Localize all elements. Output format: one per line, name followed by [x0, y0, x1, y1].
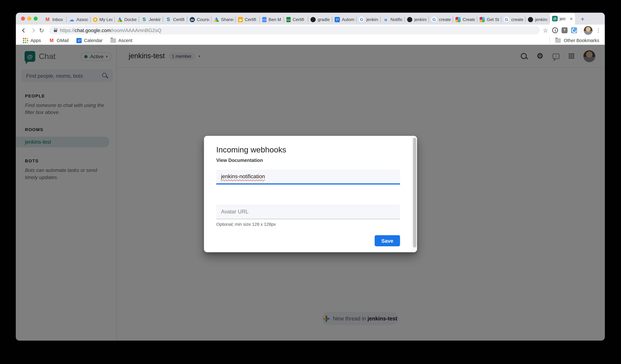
tab-label: jen [560, 16, 568, 21]
tab[interactable]: Ben M [260, 14, 284, 25]
gcal-icon: 17 [335, 17, 340, 22]
drive-icon [117, 17, 122, 22]
webhook-name-field[interactable]: jenkins-notification [216, 170, 400, 185]
ring-icon [93, 17, 98, 22]
extensions-area: T [552, 27, 577, 33]
google-icon: G [504, 17, 509, 22]
tab-close-icon[interactable]: × [569, 16, 572, 21]
tab-label: Inbox ( [52, 17, 64, 22]
back-icon [22, 28, 26, 33]
tab-strip: M Inbox ( ☁ Associ My Lea Docker S Jenki… [16, 13, 605, 24]
tabs-container: M Inbox ( ☁ Associ My Lea Docker S Jenki… [42, 13, 575, 24]
tab[interactable]: gradle [308, 14, 332, 25]
tab-label: jenkins [535, 17, 547, 22]
window-minimize-button[interactable] [27, 17, 31, 20]
tab[interactable]: 17 Autom [332, 14, 356, 25]
confluence-icon: » [383, 17, 389, 22]
window-zoom-button[interactable] [34, 17, 37, 20]
tab-label: Autom [342, 17, 354, 22]
tab-active[interactable]: @ jen × [550, 13, 575, 24]
gcloud-icon: ☁ [69, 17, 75, 22]
gmail-icon: M [45, 17, 50, 22]
tab-label: Shared [221, 17, 233, 22]
url-text: https://chat.google.com/room/AAAAmnBG2sQ [60, 28, 161, 33]
slides-icon [238, 17, 243, 22]
tab[interactable]: Get St [477, 14, 501, 25]
tab-label: create [439, 17, 451, 22]
forward-button[interactable] [29, 26, 37, 35]
incoming-webhooks-dialog: Incoming webhooks View Documentation jen… [204, 136, 417, 252]
tab[interactable]: Create [453, 14, 477, 25]
bookmarks-bar: Apps M GMail 17 Calendar Ascent Other Bo… [16, 36, 605, 45]
tab-label: create [511, 17, 523, 22]
dialog-scrollbar[interactable] [412, 136, 417, 252]
page-content: @ Chat Active ▾ PEOPLE Find someone to c… [16, 45, 605, 341]
save-button[interactable]: Save [375, 235, 400, 246]
webhook-name-value: jenkins-notification [221, 173, 265, 179]
tab[interactable]: jenkins [405, 14, 429, 25]
tab-label: My Lea [99, 17, 112, 22]
lock-icon [54, 30, 57, 32]
tab-label: Associ [76, 17, 88, 22]
window-close-button[interactable] [21, 17, 25, 20]
docs-icon [262, 17, 267, 22]
tab[interactable]: S Certifi [163, 14, 187, 25]
tab[interactable]: Course [187, 14, 211, 25]
tab[interactable]: G create [501, 14, 526, 25]
tab[interactable]: Docker [115, 14, 139, 25]
t-extension-icon[interactable]: T [562, 27, 568, 33]
tab-label: Docker [124, 17, 137, 22]
tab[interactable]: Certifi [236, 14, 260, 25]
avatar-url-field[interactable] [216, 204, 400, 219]
tab[interactable]: My Lea [91, 14, 115, 25]
tab-label: jenkins [366, 17, 378, 22]
tab-label: Certifi [293, 17, 306, 22]
tab[interactable]: S Jenkin [139, 14, 163, 25]
forward-icon [31, 28, 35, 33]
bookmarks-divider [549, 38, 550, 43]
bookmark-gmail[interactable]: M GMail [49, 38, 69, 43]
browser-profile-avatar[interactable] [584, 26, 592, 35]
bookmark-ascent[interactable]: Ascent [110, 38, 132, 43]
gchat-icon: @ [552, 16, 558, 21]
back-button[interactable] [20, 26, 29, 35]
bookmark-apps[interactable]: Apps [23, 38, 41, 43]
github-icon [528, 17, 533, 22]
tab[interactable]: Shared [211, 14, 236, 25]
password-manager-extension-icon[interactable] [552, 27, 558, 33]
owl-icon [190, 17, 195, 22]
slack-icon [455, 17, 461, 22]
tab-label: Jenkin [149, 17, 161, 22]
tab[interactable]: G create [429, 14, 453, 25]
toolbar-divider [581, 27, 581, 34]
address-bar[interactable]: https://chat.google.com/room/AAAAmnBG2sQ [49, 26, 540, 35]
bookmark-calendar[interactable]: 17 Calendar [77, 38, 103, 43]
folder-icon [110, 38, 116, 42]
drive-icon [214, 17, 219, 22]
slack-icon [480, 17, 485, 22]
new-tab-button[interactable]: + [577, 14, 588, 25]
tab[interactable]: G jenkins [356, 14, 380, 25]
tab[interactable]: Certifi [284, 14, 308, 25]
scrollbar-thumb[interactable] [413, 138, 416, 247]
browser-window: M Inbox ( ☁ Associ My Lea Docker S Jenki… [16, 13, 605, 341]
bookmark-star-icon[interactable]: ☆ [543, 27, 548, 34]
avatar-hint: Optional; min size 128 x 128px [216, 222, 276, 226]
github-icon [310, 17, 316, 22]
reload-button[interactable]: ↻ [37, 26, 46, 35]
tab-label: gradle [318, 17, 330, 22]
apps-icon [23, 38, 28, 43]
traffic-lights [21, 17, 38, 20]
other-bookmarks[interactable]: Other Bookmarks [549, 38, 599, 43]
browser-menu-icon[interactable]: ⋮ [596, 27, 601, 33]
tab[interactable]: ☁ Associ [67, 14, 91, 25]
loop-icon: S [166, 17, 171, 22]
tab-label: Certifi [173, 17, 185, 22]
view-documentation-link[interactable]: View Documentation [216, 157, 263, 163]
avatar-url-input[interactable] [221, 208, 395, 214]
tab[interactable]: M Inbox ( [42, 14, 67, 25]
blue-extension-icon[interactable] [571, 27, 577, 33]
tab[interactable]: jenkins [526, 14, 550, 25]
loop-icon: S [141, 17, 147, 22]
tab[interactable]: » Notific [380, 14, 405, 25]
